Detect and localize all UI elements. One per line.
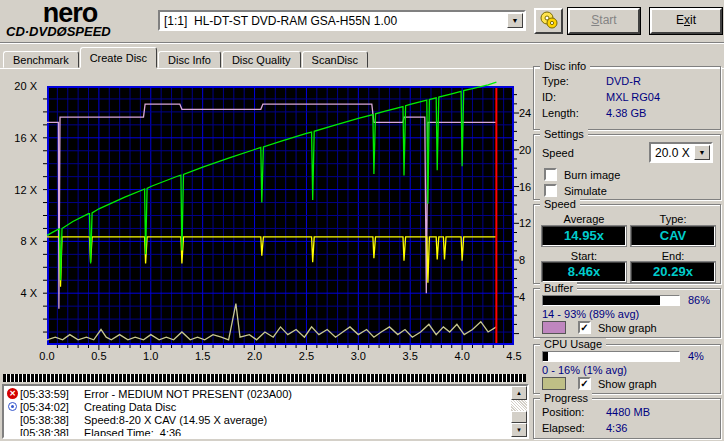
disc-info-title: Disc info	[540, 60, 590, 72]
burn-image-label: Burn image	[564, 169, 620, 181]
axis-tick-label: 20 X	[2, 80, 43, 92]
cpu-show-graph-label: Show graph	[598, 378, 657, 390]
log-message: Error - MEDIUM NOT PRESENT (023A00)	[84, 388, 292, 400]
header-separator	[0, 42, 724, 44]
disc-type-label: Type:	[542, 75, 569, 87]
tab-create-disc[interactable]: Create Disc	[80, 47, 157, 68]
write-speed-chart: 20 X16 X12 X8 X4 X24201612840.00.51.01.5…	[2, 69, 530, 372]
axis-tick-label: 0.5	[82, 350, 116, 362]
speed-select-combobox[interactable]: 20.0 X ▼	[649, 142, 713, 163]
disc-length-label: Length:	[542, 107, 579, 119]
simulate-checkbox[interactable]	[544, 184, 557, 197]
drive-select-combobox[interactable]: [1:1] HL-DT-ST DVD-RAM GSA-H55N 1.00 ▼	[158, 10, 526, 31]
eject-disc-button[interactable]	[534, 8, 563, 34]
progress-group: Progress Position: 4480 MB Elapsed: 4:36	[533, 398, 721, 439]
disc-length-value: 4.38 GB	[606, 107, 646, 119]
start-speed-value: 8.46x	[542, 262, 626, 282]
axis-tick-label: 0.0	[30, 350, 64, 362]
scroll-down-icon[interactable]: ▼	[511, 423, 527, 437]
speed-type-label: Type:	[631, 213, 715, 225]
disc-id-label: ID:	[542, 91, 556, 103]
logo-speed: SPEED	[67, 24, 111, 39]
cpu-usage-group: CPU Usage 4% 0 - 16% (1% avg) ✓ Show gra…	[533, 344, 721, 394]
log-entries: [05:33:59] Error - MEDIUM NOT PRESENT (0…	[5, 387, 510, 436]
log-no-icon	[7, 414, 20, 425]
eject-disc-icon	[538, 10, 560, 30]
cpu-show-graph-checkbox[interactable]: ✓	[578, 377, 591, 390]
cpu-usage-title: CPU Usage	[540, 338, 606, 350]
logo-cd-dvd: CD·DVD	[6, 24, 57, 39]
axis-tick-label: 1.5	[186, 350, 220, 362]
position-value: 4480 MB	[606, 406, 650, 418]
scrollbar-thumb[interactable]	[511, 411, 527, 423]
speed-select-value: 20.0 X	[655, 146, 690, 160]
exit-button[interactable]: Exit	[650, 8, 722, 34]
log-message: Creating Data Disc	[84, 401, 176, 413]
log-entry: [05:33:59] Error - MEDIUM NOT PRESENT (0…	[5, 387, 510, 400]
axis-tick-label: 16 X	[2, 132, 43, 144]
buffer-color-swatch	[542, 321, 566, 334]
buffer-show-graph-label: Show graph	[598, 322, 657, 334]
tab-disc-info[interactable]: Disc Info	[158, 51, 221, 68]
end-speed-value: 20.29x	[631, 262, 715, 282]
tab-benchmark[interactable]: Benchmark	[3, 51, 79, 68]
log-disc-icon	[7, 401, 20, 412]
disc-info-group: Disc info Type: DVD-R ID: MXL RG04 Lengt…	[533, 66, 721, 130]
log-timestamp: [05:38:38]	[20, 427, 76, 437]
log-timestamp: [05:34:02]	[20, 401, 76, 413]
cpu-usage-bar	[542, 351, 680, 362]
buffer-show-graph-checkbox[interactable]: ✓	[578, 321, 591, 334]
settings-title: Settings	[540, 128, 588, 140]
average-speed-label: Average	[542, 213, 626, 225]
scroll-up-icon[interactable]: ▲	[511, 386, 527, 400]
tab-scandisc[interactable]: ScanDisc	[302, 51, 368, 68]
progress-title: Progress	[540, 392, 592, 404]
end-speed-label: End:	[631, 250, 715, 262]
cpu-color-swatch	[542, 377, 566, 390]
log-entry: [05:34:02] Creating Data Disc	[5, 400, 510, 413]
log-box: [05:33:59] Error - MEDIUM NOT PRESENT (0…	[2, 384, 529, 439]
log-entry: [05:38:38] Speed:8-20 X CAV (14.95 X ave…	[5, 413, 510, 426]
log-timestamp: [05:38:38]	[20, 414, 76, 426]
speed-select-dropdown-arrow-icon[interactable]: ▼	[694, 145, 710, 160]
axis-tick-label: 3.5	[393, 350, 427, 362]
speed-title: Speed	[540, 198, 580, 210]
speed-select-label: Speed	[542, 147, 574, 159]
log-scrollbar[interactable]: ▲ ▼	[511, 386, 527, 437]
app-logo: nero CD·DVDØSPEED	[6, 1, 146, 43]
speed-group: Speed Average Type: 14.95x CAV Start: En…	[533, 204, 721, 284]
axis-tick-label: 1.0	[134, 350, 168, 362]
burn-image-checkbox[interactable]	[544, 168, 557, 181]
buffer-level-bar	[542, 295, 680, 306]
disc-glyph-icon: Ø	[57, 24, 67, 39]
log-error-icon	[7, 388, 20, 399]
settings-group: Settings Speed 20.0 X ▼ Burn image Simul…	[533, 134, 721, 200]
log-message: Elapsed Time: 4:36	[84, 427, 181, 437]
position-label: Position:	[542, 406, 584, 418]
logo-cdspeed-text: CD·DVDØSPEED	[6, 25, 146, 39]
speed-type-value: CAV	[631, 226, 715, 246]
drive-select-dropdown-arrow-icon[interactable]: ▼	[507, 13, 523, 28]
cpu-range-value: 0 - 16% (1% avg)	[542, 364, 627, 376]
chart-log-divider	[3, 374, 526, 382]
logo-nero-text: nero	[6, 1, 134, 25]
axis-tick-label: 4.0	[445, 350, 479, 362]
axis-tick-label: 12 X	[2, 184, 43, 196]
elapsed-label: Elapsed:	[542, 422, 585, 434]
buffer-title: Buffer	[540, 282, 577, 294]
log-timestamp: [05:33:59]	[20, 388, 76, 400]
log-message: Speed:8-20 X CAV (14.95 X average)	[84, 414, 267, 426]
tab-disc-quality[interactable]: Disc Quality	[222, 51, 301, 68]
log-entry: [05:38:38] Elapsed Time: 4:36	[5, 426, 510, 436]
buffer-percent-value: 86%	[688, 294, 710, 306]
start-speed-label: Start:	[542, 250, 626, 262]
tab-bar: Benchmark Create Disc Disc Info Disc Qua…	[3, 47, 369, 68]
start-button[interactable]: Start	[568, 8, 640, 34]
buffer-range-value: 14 - 93% (89% avg)	[542, 308, 639, 320]
chart-plot-area	[47, 86, 514, 345]
app-window: nero CD·DVDØSPEED [1:1] HL-DT-ST DVD-RAM…	[0, 0, 724, 441]
axis-tick-label: 2.5	[289, 350, 323, 362]
axis-tick-label: 2.0	[238, 350, 272, 362]
buffer-level-fill	[543, 296, 660, 305]
axis-tick-label: 8 X	[2, 235, 43, 247]
